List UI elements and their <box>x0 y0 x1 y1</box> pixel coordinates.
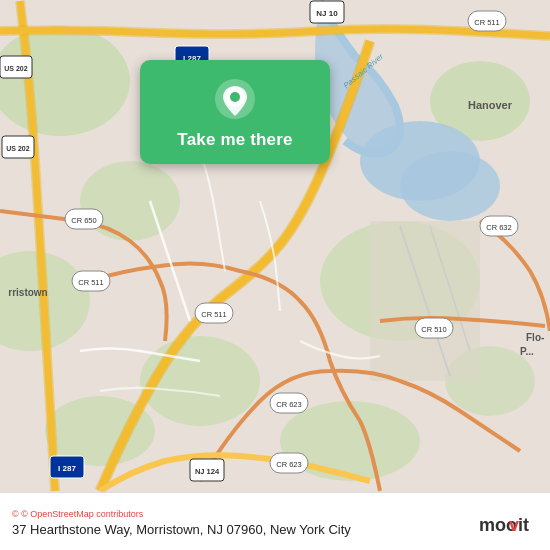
svg-text:it: it <box>518 515 529 535</box>
svg-text:CR 510: CR 510 <box>421 325 446 334</box>
svg-text:CR 632: CR 632 <box>486 223 511 232</box>
map-pin-icon <box>214 78 256 120</box>
svg-text:CR 511: CR 511 <box>201 310 226 319</box>
svg-point-50 <box>230 92 240 102</box>
svg-text:CR 511: CR 511 <box>78 278 103 287</box>
osm-credit: © © OpenStreetMap contributors <box>12 509 466 519</box>
svg-text:I 287: I 287 <box>58 464 76 473</box>
svg-text:NJ 10: NJ 10 <box>316 9 338 18</box>
map-background[interactable]: US 202 US 202 I 287 NJ 10 CR 511 CR 511 <box>0 0 550 492</box>
app: US 202 US 202 I 287 NJ 10 CR 511 CR 511 <box>0 0 550 550</box>
map-container: US 202 US 202 I 287 NJ 10 CR 511 CR 511 <box>0 0 550 492</box>
svg-text:US 202: US 202 <box>4 65 27 72</box>
svg-text:Flo-: Flo- <box>526 332 544 343</box>
svg-text:NJ 124: NJ 124 <box>195 467 220 476</box>
address-section: © © OpenStreetMap contributors 37 Hearth… <box>12 509 466 537</box>
svg-text:P...: P... <box>520 346 534 357</box>
svg-text:Hanover: Hanover <box>468 99 513 111</box>
osm-credit-text: © OpenStreetMap contributors <box>21 509 143 519</box>
svg-text:US 202: US 202 <box>6 145 29 152</box>
svg-text:CR 623: CR 623 <box>276 400 301 409</box>
bottom-bar: © © OpenStreetMap contributors 37 Hearth… <box>0 492 550 550</box>
svg-text:CR 650: CR 650 <box>71 216 96 225</box>
moovit-logo: moo v it <box>478 507 538 539</box>
moovit-logo-svg: moo v it <box>478 507 538 539</box>
address-text: 37 Hearthstone Way, Morristown, NJ 07960… <box>12 522 466 537</box>
svg-point-11 <box>400 151 500 221</box>
svg-text:CR 511: CR 511 <box>474 18 499 27</box>
take-me-there-button[interactable]: Take me there <box>177 130 292 150</box>
location-card: Take me there <box>140 60 330 164</box>
svg-text:rristown: rristown <box>8 287 47 298</box>
svg-text:CR 623: CR 623 <box>276 460 301 469</box>
osm-copyright-symbol: © <box>12 509 19 519</box>
